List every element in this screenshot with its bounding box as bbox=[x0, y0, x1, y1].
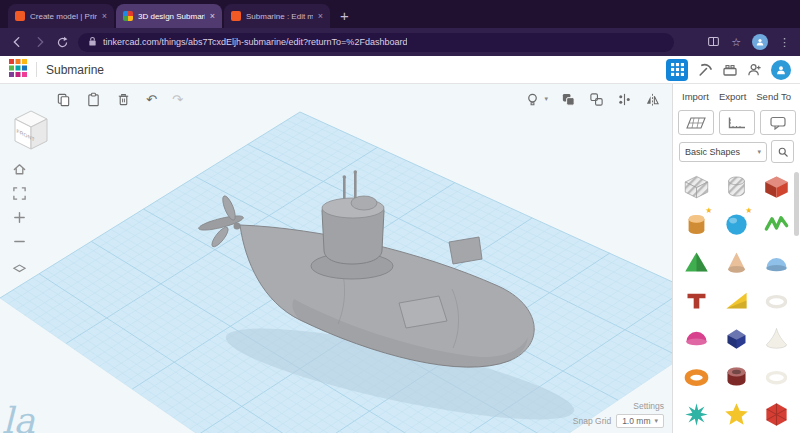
show-all-icon[interactable] bbox=[525, 92, 540, 107]
shapes-panel: Import Export Send To Basic Shapes ▾ ★★ bbox=[672, 84, 800, 433]
submarine-model[interactable] bbox=[0, 84, 672, 433]
browser-window: Create model | Printables.com×3D design … bbox=[0, 0, 800, 433]
paste-icon[interactable] bbox=[86, 92, 101, 107]
mirror-icon[interactable] bbox=[645, 92, 660, 107]
shape-half-sphere[interactable] bbox=[678, 321, 716, 356]
shape-sphere[interactable]: ★ bbox=[718, 207, 756, 242]
shape-box[interactable] bbox=[758, 169, 796, 204]
tab-close-icon[interactable]: × bbox=[318, 11, 323, 21]
copy-icon[interactable] bbox=[56, 92, 71, 107]
edit-toolbar: ↶ ↷ ▾ bbox=[0, 84, 672, 111]
settings-button[interactable]: Settings bbox=[633, 401, 664, 411]
search-button[interactable] bbox=[771, 140, 794, 163]
group-icon[interactable] bbox=[561, 92, 576, 107]
perspective-toggle-button[interactable] bbox=[12, 258, 27, 273]
shape-cylinder[interactable]: ★ bbox=[678, 207, 716, 242]
favorite-star-badge: ★ bbox=[705, 206, 712, 215]
user-avatar[interactable] bbox=[771, 60, 791, 80]
forward-icon[interactable] bbox=[33, 35, 47, 49]
address-bar-actions: ☆ ⋮ bbox=[707, 34, 790, 50]
panel-scrollbar[interactable] bbox=[794, 172, 799, 236]
send-to-button[interactable]: Send To bbox=[756, 91, 791, 102]
tab-title: Submarine : Edit model | Print... bbox=[246, 12, 313, 21]
tab-title: Create model | Printables.com bbox=[30, 12, 97, 21]
fit-view-button[interactable] bbox=[12, 186, 27, 201]
zoom-in-button[interactable] bbox=[12, 210, 27, 225]
ungroup-icon[interactable] bbox=[589, 92, 604, 107]
bricks-icon[interactable] bbox=[722, 62, 738, 78]
panel-tools bbox=[673, 109, 800, 139]
url-bar[interactable]: tinkercad.com/things/abs7TcxdEljh-submar… bbox=[78, 33, 674, 52]
delete-icon[interactable] bbox=[116, 92, 131, 107]
lock-icon bbox=[88, 33, 97, 51]
workplane-tool-button[interactable] bbox=[678, 110, 714, 135]
share-person-icon[interactable] bbox=[747, 62, 762, 77]
shape-star[interactable] bbox=[678, 397, 716, 432]
view-controls bbox=[12, 162, 27, 273]
new-tab-button[interactable]: + bbox=[332, 8, 357, 23]
shape-text[interactable] bbox=[678, 283, 716, 318]
view-cube[interactable]: FRONT bbox=[8, 106, 54, 154]
snap-grid-label: Snap Grid bbox=[573, 416, 611, 426]
shape-pyramid[interactable] bbox=[678, 245, 716, 280]
shape-five-point-star[interactable] bbox=[718, 397, 756, 432]
back-icon[interactable] bbox=[10, 35, 24, 49]
shape-cone[interactable] bbox=[718, 245, 756, 280]
shape-torus[interactable] bbox=[678, 359, 716, 394]
shapes-view-button[interactable] bbox=[666, 59, 688, 81]
header-actions bbox=[666, 59, 791, 81]
shape-box-hole[interactable] bbox=[678, 169, 716, 204]
tab-close-icon[interactable]: × bbox=[210, 11, 215, 21]
design-title[interactable]: Submarine bbox=[46, 63, 104, 77]
shape-tube[interactable] bbox=[718, 359, 756, 394]
shape-ring[interactable] bbox=[758, 283, 796, 318]
zoom-out-button[interactable] bbox=[12, 234, 27, 249]
chevron-down-icon: ▾ bbox=[757, 148, 761, 156]
shape-icosahedron[interactable] bbox=[758, 397, 796, 432]
ruler-tool-button[interactable] bbox=[719, 110, 755, 135]
browser-tab[interactable]: Submarine : Edit model | Print...× bbox=[224, 4, 330, 28]
grid-settings: Settings Snap Grid 1.0 mm▾ bbox=[573, 401, 664, 428]
shape-category-dropdown[interactable]: Basic Shapes ▾ bbox=[679, 142, 767, 162]
export-button[interactable]: Export bbox=[719, 91, 746, 102]
redo-icon[interactable]: ↷ bbox=[172, 93, 183, 106]
browser-menu-icon[interactable]: ⋮ bbox=[779, 36, 790, 49]
viewport[interactable]: ↶ ↷ ▾ FRONT bbox=[0, 84, 672, 433]
edit-toolbar-right: ▾ bbox=[525, 92, 660, 107]
refresh-icon[interactable] bbox=[56, 36, 69, 49]
align-icon[interactable] bbox=[617, 92, 632, 107]
blocks-pickaxe-icon[interactable] bbox=[697, 62, 713, 78]
url-text: tinkercad.com/things/abs7TcxdEljh-submar… bbox=[103, 37, 407, 47]
shape-grid: ★★ bbox=[673, 167, 800, 432]
undo-icon[interactable]: ↶ bbox=[146, 93, 157, 106]
home-view-button[interactable] bbox=[12, 162, 27, 177]
shape-torus-thin[interactable] bbox=[758, 359, 796, 394]
panel-actions: Import Export Send To bbox=[673, 84, 800, 109]
app-header: Submarine bbox=[0, 56, 800, 84]
browser-tab[interactable]: 3D design Submarine | Tinkerc...× bbox=[116, 4, 222, 28]
notes-tool-button[interactable] bbox=[760, 110, 796, 135]
header-divider bbox=[36, 62, 37, 77]
panel-filter: Basic Shapes ▾ bbox=[673, 139, 800, 167]
show-all-caret-icon[interactable]: ▾ bbox=[544, 95, 548, 103]
shape-roof[interactable] bbox=[758, 245, 796, 280]
import-button[interactable]: Import bbox=[682, 91, 709, 102]
chevron-down-icon: ▾ bbox=[654, 417, 658, 425]
snap-grid-select[interactable]: 1.0 mm▾ bbox=[616, 414, 664, 428]
shape-scribble[interactable] bbox=[758, 207, 796, 242]
watermark: la bbox=[2, 400, 35, 433]
browser-tab[interactable]: Create model | Printables.com× bbox=[8, 4, 114, 28]
shape-paraboloid[interactable] bbox=[758, 321, 796, 356]
shape-cylinder-hole[interactable] bbox=[718, 169, 756, 204]
address-bar: tinkercad.com/things/abs7TcxdEljh-submar… bbox=[0, 28, 800, 56]
tinkercad-logo[interactable] bbox=[9, 59, 27, 81]
tab-close-icon[interactable]: × bbox=[102, 11, 107, 21]
tab-strip: Create model | Printables.com×3D design … bbox=[0, 0, 800, 28]
tab-favicon bbox=[123, 11, 133, 21]
shape-polygon[interactable] bbox=[718, 321, 756, 356]
split-screen-icon[interactable] bbox=[707, 35, 720, 50]
shape-wedge[interactable] bbox=[718, 283, 756, 318]
browser-profile-avatar[interactable] bbox=[752, 34, 768, 50]
favorite-star-icon[interactable]: ☆ bbox=[731, 36, 741, 49]
tab-favicon bbox=[231, 11, 241, 21]
